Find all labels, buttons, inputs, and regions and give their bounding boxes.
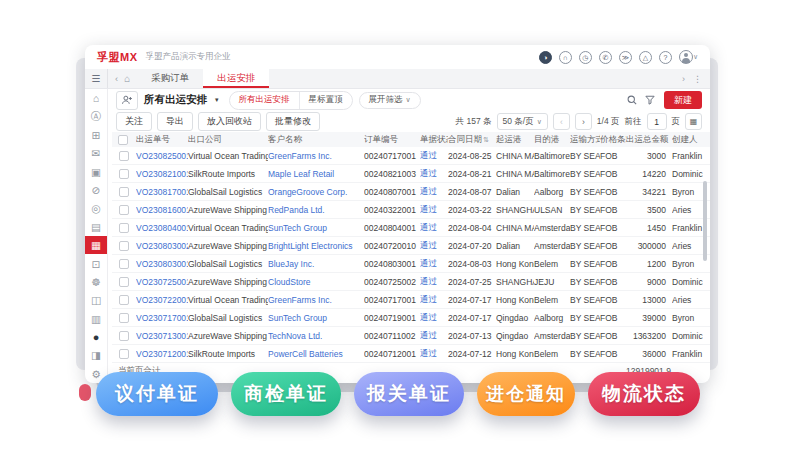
row-checkbox[interactable] — [112, 223, 136, 233]
mail-icon[interactable]: ✉ — [85, 144, 107, 162]
cell-status[interactable]: 通过 — [420, 168, 448, 180]
table-row[interactable]: VO230821001SilkRoute ImportsMaple Leaf R… — [112, 165, 710, 183]
cell-no[interactable]: VO230717001 — [136, 313, 188, 323]
row-checkbox[interactable] — [112, 259, 136, 269]
cell-status[interactable]: 通过 — [420, 204, 448, 216]
row-checkbox[interactable] — [112, 169, 136, 179]
cell-no[interactable]: VO230713001 — [136, 331, 188, 341]
quick-pill-0[interactable]: 议付单证 — [96, 372, 218, 416]
card-icon[interactable]: ◨ — [85, 346, 107, 364]
new-button[interactable]: 新建 — [664, 91, 702, 109]
assign-user-button[interactable] — [116, 91, 138, 110]
chevron-right-icon[interactable]: › — [682, 74, 685, 84]
cell-status[interactable]: 通过 — [420, 312, 448, 324]
cell-customer[interactable]: SunTech Group — [268, 313, 364, 323]
table-row[interactable]: VO230725001AzureWave ShippingCloudStore0… — [112, 273, 710, 291]
header-checkbox[interactable] — [112, 135, 136, 145]
goto-page-input[interactable] — [647, 113, 667, 130]
tab-1[interactable]: 出运安排 — [203, 69, 269, 88]
theme-icon[interactable]: ◑ — [539, 51, 552, 64]
row-checkbox[interactable] — [112, 241, 136, 251]
home-tab-icon[interactable]: ⌂ — [124, 73, 130, 84]
quick-pill-3[interactable]: 进仓通知 — [477, 372, 575, 416]
table-row[interactable]: VO230825001Virtual Ocean TradingGreenFar… — [112, 147, 710, 165]
phone-icon[interactable]: ● — [85, 328, 107, 346]
cell-customer[interactable]: RedPanda Ltd. — [268, 205, 364, 215]
cell-no[interactable]: VO230817001 — [136, 187, 188, 197]
row-checkbox[interactable] — [112, 187, 136, 197]
row-checkbox[interactable] — [112, 277, 136, 287]
cell-status[interactable]: 通过 — [420, 258, 448, 270]
book-icon[interactable]: ◫ — [85, 291, 107, 309]
question-icon[interactable]: ? — [659, 51, 672, 64]
clock-icon[interactable]: ◷ — [579, 51, 592, 64]
quick-pill-2[interactable]: 报关单证 — [354, 372, 464, 416]
table-row[interactable]: VO230713001AzureWave ShippingTechNova Lt… — [112, 327, 710, 345]
table-row[interactable]: VO230722001Virtual Ocean TradingGreenFar… — [112, 291, 710, 309]
next-page-button[interactable]: › — [575, 113, 592, 130]
quick-pill-1[interactable]: 商检单证 — [231, 372, 341, 416]
cell-customer[interactable]: BlueJay Inc. — [268, 259, 364, 269]
tab-0[interactable]: 采购订单 — [137, 69, 203, 88]
toolbar-button-2[interactable]: 放入回收站 — [198, 112, 261, 131]
row-checkbox[interactable] — [112, 313, 136, 323]
chart-icon[interactable]: ▥ — [85, 310, 107, 328]
table-row[interactable]: VO230817001GlobalSail LogisticsOrangeGro… — [112, 183, 710, 201]
expand-filter-button[interactable]: 展开筛选 ∨ — [359, 92, 421, 109]
cell-customer[interactable]: Maple Leaf Retail — [268, 169, 364, 179]
toolbar-button-3[interactable]: 批量修改 — [266, 112, 320, 131]
prev-page-button[interactable]: ‹ — [553, 113, 570, 130]
row-checkbox[interactable] — [112, 205, 136, 215]
chat-icon[interactable]: ✆ — [599, 51, 612, 64]
avatar[interactable] — [679, 50, 693, 64]
chat-bubbles-icon[interactable]: ⊡ — [85, 254, 107, 272]
cell-no[interactable]: VO230816001 — [136, 205, 188, 215]
page-size-select[interactable]: 50 条/页 ∨ — [497, 113, 548, 130]
compass-icon[interactable]: ⊘ — [85, 181, 107, 199]
cell-customer[interactable]: GreenFarms Inc. — [268, 151, 364, 161]
megaphone-icon[interactable]: ≫ — [619, 51, 632, 64]
cell-no[interactable]: VO230712001 — [136, 349, 188, 359]
cell-status[interactable]: 通过 — [420, 150, 448, 162]
cell-status[interactable]: 通过 — [420, 330, 448, 342]
view-caret-icon[interactable]: ▾ — [215, 96, 219, 104]
cell-no[interactable]: VO230722001 — [136, 295, 188, 305]
cell-customer[interactable]: PowerCell Batteries — [268, 349, 364, 359]
cell-customer[interactable]: SunTech Group — [268, 223, 364, 233]
cell-no[interactable]: VO230803001 — [136, 259, 188, 269]
row-checkbox[interactable] — [112, 295, 136, 305]
bell-icon[interactable]: △ — [639, 51, 652, 64]
cell-no[interactable]: VO230825001 — [136, 151, 188, 161]
headset-icon[interactable]: ∩ — [559, 51, 572, 64]
profile-icon[interactable]: Ⓐ — [85, 107, 107, 125]
search-icon[interactable] — [626, 94, 638, 106]
target-icon[interactable]: ◎ — [85, 199, 107, 217]
cell-customer[interactable]: CloudStore — [268, 277, 364, 287]
collapse-menu-icon[interactable]: ☰ — [85, 69, 108, 88]
cell-status[interactable]: 通过 — [420, 186, 448, 198]
row-checkbox[interactable] — [112, 331, 136, 341]
helm-icon[interactable]: ☸ — [85, 273, 107, 291]
cell-customer[interactable]: TechNova Ltd. — [268, 331, 364, 341]
row-checkbox[interactable] — [112, 349, 136, 359]
table-row[interactable]: VO230803002AzureWave ShippingBrightLight… — [112, 237, 710, 255]
quick-pill-4[interactable]: 物流状态 — [588, 372, 700, 416]
cell-no[interactable]: VO230804001 — [136, 223, 188, 233]
cell-no[interactable]: VO230821001 — [136, 169, 188, 179]
table-row[interactable]: VO230717001GlobalSail LogisticsSunTech G… — [112, 309, 710, 327]
cell-status[interactable]: 通过 — [420, 240, 448, 252]
segment-1[interactable]: 星标置顶 — [299, 92, 352, 109]
table-row[interactable]: VO230816001AzureWave ShippingRedPanda Lt… — [112, 201, 710, 219]
column-settings-icon[interactable]: ▦ — [685, 113, 702, 130]
cell-status[interactable]: 通过 — [420, 222, 448, 234]
cell-status[interactable]: 通过 — [420, 348, 448, 360]
cell-customer[interactable]: GreenFarms Inc. — [268, 295, 364, 305]
vertical-scrollbar[interactable] — [703, 181, 707, 261]
segment-0[interactable]: 所有出运安排 — [230, 92, 299, 109]
table-row[interactable]: VO230803001GlobalSail LogisticsBlueJay I… — [112, 255, 710, 273]
view-title[interactable]: 所有出运安排 — [144, 93, 207, 107]
cell-status[interactable]: 通过 — [420, 276, 448, 288]
cell-status[interactable]: 通过 — [420, 294, 448, 306]
more-vertical-icon[interactable]: ⋮ — [693, 74, 702, 84]
briefcase-icon[interactable]: ▤ — [85, 218, 107, 236]
